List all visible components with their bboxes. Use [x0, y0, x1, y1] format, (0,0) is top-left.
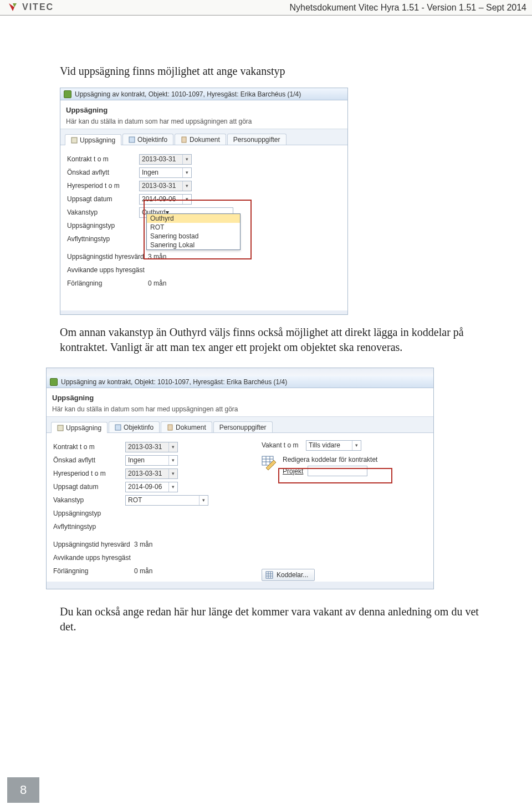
svg-rect-0: [71, 137, 77, 143]
paragraph-3: Du kan också ange redan här hur länge de…: [60, 604, 481, 634]
svg-rect-2: [182, 137, 186, 142]
projekt-label[interactable]: Projekt: [283, 467, 303, 475]
tab-personuppgifter[interactable]: Personuppgifter: [227, 134, 287, 145]
tab-icon: [129, 136, 135, 143]
chevron-down-icon: ▾: [182, 181, 191, 191]
tab-uppsagning[interactable]: Uppsägning: [51, 422, 108, 433]
dropdown-item[interactable]: ROT: [147, 223, 240, 232]
label-hyres: Hyresperiod t o m: [53, 470, 125, 477]
input-onskad[interactable]: Ingen▾: [125, 455, 178, 466]
label-uppstid: Uppsägningstid hyresvärd: [67, 253, 145, 261]
input-vakanstyp[interactable]: ROT▾: [125, 495, 208, 506]
input-uppsagt[interactable]: 2014-09-06▾: [139, 194, 192, 205]
label-uppsagningstyp: Uppsägningstyp: [67, 222, 139, 230]
window-title: Uppsägning av kontrakt, Objekt: 1010-109…: [61, 378, 287, 386]
tab-icon: [115, 424, 121, 431]
grid-pencil-icon: [262, 456, 277, 471]
value-uppstid: 3 mån: [145, 253, 189, 261]
svg-rect-4: [115, 425, 121, 430]
page-header: VITEC Nyhetsdokument Vitec Hyra 1.51 - V…: [0, 0, 532, 16]
input-kontrakt[interactable]: 2013-03-31▾: [139, 154, 192, 165]
page-number: 8: [7, 777, 39, 803]
document-title: Nyhetsdokument Vitec Hyra 1.51 - Version…: [289, 3, 526, 13]
chevron-down-icon: ▾: [168, 469, 177, 478]
input-uppsagt[interactable]: 2014-09-06▾: [125, 482, 178, 492]
label-kontrakt: Kontrakt t o m: [67, 155, 139, 163]
label-uppstid: Uppsägningstid hyresvärd: [53, 541, 131, 548]
window-app-icon: [50, 378, 58, 386]
input-hyres[interactable]: 2013-03-31▾: [125, 468, 178, 479]
label-onskad: Önskad avflytt: [53, 456, 125, 464]
form-area: Kontrakt t o m2013-03-31▾ Önskad avflytt…: [60, 145, 347, 310]
input-hyres[interactable]: 2013-03-31▾: [139, 181, 192, 191]
right-panel: Vakant t o mTills vidare▾ Redigera kodde…: [262, 439, 422, 476]
tab-objektinfo[interactable]: Objektinfo: [122, 134, 173, 145]
section-title: Uppsägning: [52, 394, 428, 402]
label-uppsagt: Uppsagt datum: [67, 195, 139, 203]
chevron-down-icon: ▾: [182, 155, 191, 164]
label-hyres: Hyresperiod t o m: [67, 182, 139, 190]
label-vakanstyp: Vakanstyp: [53, 496, 125, 504]
svg-rect-5: [168, 425, 172, 430]
label-kontrakt: Kontrakt t o m: [53, 443, 125, 451]
koddelar-button-label: Koddelar...: [277, 571, 308, 579]
dropdown-item[interactable]: Outhyrd: [147, 214, 240, 223]
chevron-down-icon: ▾: [168, 456, 177, 465]
chevron-down-icon: ▾: [168, 482, 177, 492]
tab-objektinfo[interactable]: Objektinfo: [109, 421, 160, 432]
label-avflytt: Avflyttningstyp: [67, 235, 139, 243]
tab-icon: [181, 136, 187, 143]
label-vakant-tom: Vakant t o m: [262, 441, 306, 449]
paragraph-1: Vid uppsägning finns möjlighet att ange …: [60, 64, 285, 79]
vitec-logo-icon: [8, 2, 18, 12]
input-kontrakt[interactable]: 2013-03-31▾: [125, 442, 178, 452]
dropdown-item[interactable]: Sanering bostad: [147, 232, 240, 241]
value-forlang: 0 mån: [145, 279, 189, 287]
projekt-input[interactable]: [308, 466, 367, 476]
tab-personuppgifter[interactable]: Personuppgifter: [213, 421, 273, 432]
brand-logo: VITEC: [8, 1, 54, 13]
window-app-icon: [64, 90, 71, 98]
label-forlang: Förlängning: [53, 567, 131, 575]
chevron-down-icon: ▾: [168, 442, 177, 452]
tab-bar: Uppsägning Objektinfo Dokument Personupp…: [60, 129, 347, 145]
window-titlebar: Uppsägning av kontrakt, Objekt: 1010-109…: [47, 376, 433, 388]
value-uppstid: 3 mån: [131, 541, 175, 548]
brand-text: VITEC: [22, 2, 54, 12]
tab-uppsagning[interactable]: Uppsägning: [65, 134, 121, 145]
koddelar-edit-text: Redigera koddelar för kontraktet Projekt: [283, 456, 377, 476]
tab-icon: [57, 425, 64, 431]
svg-rect-11: [266, 572, 273, 578]
dropdown-item[interactable]: Sanering Lokal: [147, 241, 240, 249]
svg-rect-1: [129, 137, 135, 142]
tab-dokument[interactable]: Dokument: [161, 421, 212, 432]
chevron-down-icon: ▾: [199, 496, 208, 505]
grid-icon: [265, 571, 273, 579]
section-header: Uppsägning Här kan du ställa in datum so…: [60, 100, 347, 129]
label-avvik: Avvikande upps hyresgäst: [67, 266, 145, 274]
screenshot-2: Uppsägning av kontrakt, Objekt: 1010-109…: [46, 368, 434, 589]
chevron-down-icon: ▾: [352, 441, 361, 450]
label-vakanstyp: Vakanstyp: [67, 208, 139, 216]
koddelar-button[interactable]: Koddelar...: [262, 569, 315, 581]
window-titlebar: Uppsägning av kontrakt, Objekt: 1010-109…: [60, 88, 347, 100]
section-title: Uppsägning: [66, 106, 342, 114]
tab-dokument[interactable]: Dokument: [175, 134, 226, 145]
tab-icon: [167, 424, 173, 431]
value-forlang: 0 mån: [131, 567, 175, 575]
chevron-down-icon: ▾: [182, 195, 191, 204]
section-header: Uppsägning Här kan du ställa in datum so…: [47, 388, 433, 417]
label-avvik: Avvikande upps hyresgäst: [53, 554, 131, 562]
paragraph-2: Om annan vakanstyp än Outhyrd väljs finn…: [60, 325, 481, 355]
vakanstyp-dropdown-list[interactable]: Outhyrd ROT Sanering bostad Sanering Lok…: [146, 213, 241, 250]
projekt-row: Projekt: [283, 466, 377, 476]
label-uppsagningstyp: Uppsägningstyp: [53, 510, 125, 517]
tab-icon: [71, 137, 78, 144]
koddelar-edit-block: Redigera koddelar för kontraktet Projekt: [262, 456, 422, 476]
faint-strip: [47, 368, 433, 376]
input-vakant-tom[interactable]: Tills vidare▾: [306, 440, 361, 451]
input-onskad[interactable]: Ingen▾: [139, 167, 192, 178]
svg-rect-3: [58, 425, 63, 431]
label-onskad: Önskad avflytt: [67, 169, 139, 176]
section-subtitle: Här kan du ställa in datum som har med u…: [66, 118, 342, 125]
